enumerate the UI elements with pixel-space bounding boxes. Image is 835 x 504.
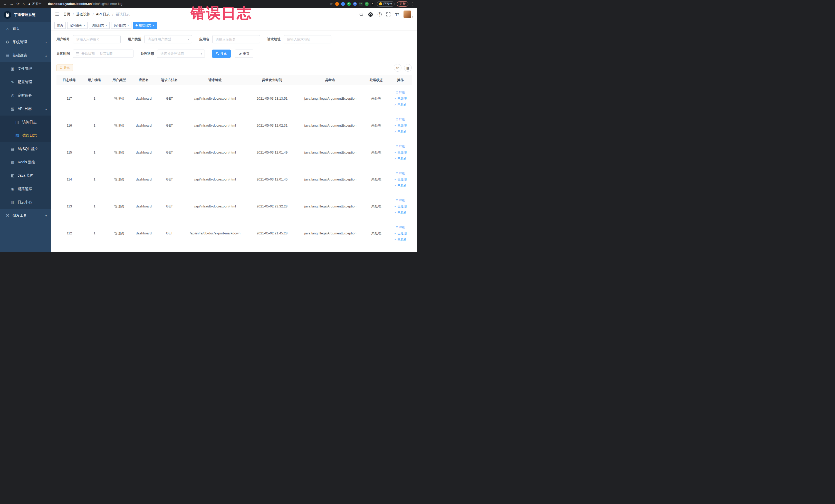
font-size-icon[interactable]: TT [395, 12, 399, 17]
extension-plug-icon[interactable]: ⚡ [371, 2, 374, 6]
export-button[interactable]: ↧ 导出 [57, 64, 73, 72]
extension-blue-dot-icon[interactable] [341, 2, 345, 6]
search-icon[interactable] [359, 12, 364, 17]
sidebar-item-log-center[interactable]: ▥日志中心 [0, 196, 51, 209]
search-button[interactable]: 搜索 [212, 49, 231, 58]
bookmark-star-icon[interactable]: ☆ [330, 2, 333, 6]
home-icon: ⌂ [5, 27, 10, 31]
refresh-icon[interactable]: ⟳ [16, 2, 20, 6]
github-icon[interactable] [368, 12, 373, 17]
action-detail[interactable]: ⊙详细 [389, 224, 412, 230]
breadcrumb-item[interactable]: API 日志 [96, 12, 110, 17]
request-url-input[interactable] [284, 35, 331, 43]
action-processed[interactable]: ✓已处理 [389, 96, 412, 102]
check-icon: ✓ [394, 103, 396, 106]
address-bar[interactable]: dashboard.yudao.iocoder.cn /infra/log/ap… [48, 2, 326, 6]
action-detail[interactable]: ⊙详细 [389, 116, 412, 122]
app-logo[interactable]: 芋道管理系统 [0, 8, 51, 22]
sidebar-item-redis-monitor[interactable]: ▩Redis 监控 [0, 156, 51, 169]
cell-time: 2021-05-02 21:45:28 [247, 220, 297, 247]
action-detail[interactable]: ⊙详细 [389, 197, 412, 203]
cell-time: 2021-05-03 12:02:31 [247, 112, 297, 139]
user-id-label: 用户编号 [57, 37, 70, 42]
action-ignored[interactable]: ✓已忽略 [389, 209, 412, 216]
action-processed[interactable]: ✓已处理 [389, 122, 412, 129]
app-name-input[interactable] [212, 35, 260, 43]
sidebar-item-infrastructure[interactable]: ▤基础设施▴ [0, 49, 51, 62]
tab-首页[interactable]: 首页 [55, 22, 66, 29]
action-processed[interactable]: ✓已处理 [389, 230, 412, 237]
sidebar-item-dev-tools[interactable]: ⚒研发工具▾ [0, 209, 51, 222]
breadcrumb-item[interactable]: 基础设施 [76, 12, 90, 17]
user-type-placeholder: 请选择用户类型 [148, 37, 188, 42]
log-center-icon: ▥ [10, 200, 15, 205]
breadcrumb-item[interactable]: 首页 [63, 12, 70, 17]
extension-green-v-icon[interactable]: V [347, 2, 351, 6]
user-menu[interactable]: ▾ [404, 11, 413, 18]
action-detail[interactable]: ⊙详细 [389, 170, 412, 176]
cell-status: 未处理 [364, 166, 389, 193]
back-icon[interactable]: ← [3, 2, 7, 6]
tab-定时任务[interactable]: 定时任务× [67, 22, 87, 29]
paused-extension-badge[interactable]: 已暂停 [377, 1, 395, 7]
help-icon[interactable]: ? [378, 12, 382, 16]
action-processed[interactable]: ✓已处理 [389, 149, 412, 156]
exception-time-range-picker[interactable]: 开始日期 - 结束日期 [73, 49, 134, 58]
sidebar-item-scheduled-jobs[interactable]: ◷定时任务 [0, 89, 51, 102]
error-log-icon: ▨ [15, 133, 20, 138]
extension-on-badge-icon[interactable]: on [359, 2, 363, 6]
sidebar-item-system-management[interactable]: ⚙系统管理▾ [0, 36, 51, 49]
tab-错误日志[interactable]: 错误日志× [133, 22, 157, 29]
sidebar-item-mysql-monitor[interactable]: ▦MySQL 监控 [0, 142, 51, 156]
sidebar-item-config-management[interactable]: ✎配置管理 [0, 76, 51, 89]
table-row: 1171管理员dashboardGET/api/infra/db-doc/exp… [57, 85, 412, 112]
sidebar-item-link-trace[interactable]: ◉链路追踪 [0, 182, 51, 196]
action-detail[interactable]: ⊙详细 [389, 89, 412, 96]
action-ignored[interactable]: ✓已忽略 [389, 183, 412, 189]
sidebar-item-api-log[interactable]: ▧API 日志▴ [0, 102, 51, 116]
action-ignored[interactable]: ✓已忽略 [389, 156, 412, 162]
cell-exception: java.lang.IllegalArgumentException [297, 139, 364, 166]
sidebar-item-file-management[interactable]: ▣文件管理 [0, 62, 51, 76]
sidebar-item-error-log[interactable]: ▨错误日志 [0, 129, 51, 142]
sidebar-item-home[interactable]: ⌂首页 [0, 22, 51, 36]
user-type-select[interactable]: 请选择用户类型 ▾ [144, 35, 192, 43]
sidebar-item-label: 文件管理 [18, 66, 32, 71]
cell-exception: java.lang.IllegalArgumentException [297, 112, 364, 139]
action-ignored[interactable]: ✓已忽略 [389, 237, 412, 243]
hamburger-icon[interactable]: ☰ [55, 12, 59, 17]
close-icon[interactable]: × [127, 24, 129, 27]
cell-log_id: 113 [57, 193, 82, 220]
action-processed[interactable]: ✓已处理 [389, 176, 412, 183]
action-ignored[interactable]: ✓已忽略 [389, 102, 412, 108]
forward-icon[interactable]: → [10, 2, 13, 6]
close-icon[interactable]: × [152, 24, 154, 27]
action-ignored[interactable]: ✓已忽略 [389, 129, 412, 135]
extension-red-icon[interactable] [335, 2, 339, 6]
browser-menu-icon[interactable]: ⋮ [411, 2, 414, 6]
browser-update-button[interactable]: 更新 [397, 1, 408, 7]
fullscreen-icon[interactable] [386, 12, 390, 16]
column-header-method: 请求方法名 [156, 75, 183, 85]
process-status-select[interactable]: 请选择处理状态 ▾ [157, 49, 205, 58]
reset-button[interactable]: ⟳ 重置 [235, 49, 253, 58]
sidebar-item-label: 访问日志 [22, 120, 37, 124]
tab-访问日志[interactable]: 访问日志× [111, 22, 131, 29]
close-icon[interactable]: × [83, 24, 85, 27]
sidebar-item-access-log[interactable]: ◫访问日志 [0, 116, 51, 129]
eye-icon: ⊙ [395, 145, 398, 148]
refresh-table-button[interactable]: ⟳ [394, 64, 402, 72]
extension-leaf-icon[interactable]: ✿ [365, 2, 369, 6]
close-icon[interactable]: × [105, 24, 107, 27]
sidebar-item-java-monitor[interactable]: ◧Java 监控 [0, 169, 51, 182]
user-id-input[interactable] [73, 35, 121, 43]
user-type-label: 用户类型 [128, 37, 141, 42]
column-visibility-button[interactable]: ▦ [404, 64, 412, 72]
home-icon[interactable]: ⌂ [23, 2, 25, 6]
extension-grid-icon[interactable]: ⊞ [353, 2, 357, 6]
security-chip[interactable]: ▲ 不安全 [28, 2, 42, 6]
access-log-icon: ◫ [15, 120, 20, 124]
action-detail[interactable]: ⊙详细 [389, 143, 412, 149]
action-processed[interactable]: ✓已处理 [389, 203, 412, 209]
tab-调度日志[interactable]: 调度日志× [89, 22, 109, 29]
